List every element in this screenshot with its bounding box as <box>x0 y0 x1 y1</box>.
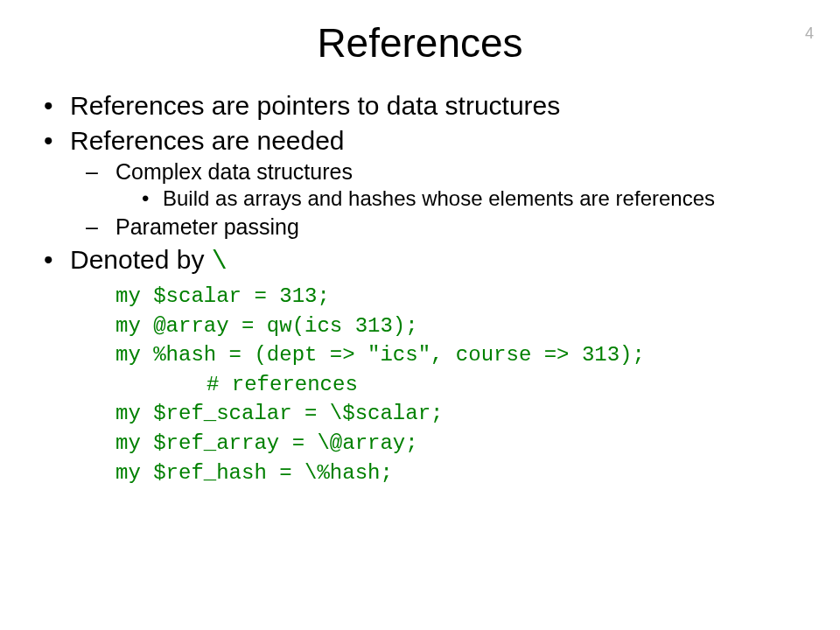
bullet-item: Complex data structures Build as arrays … <box>86 159 814 211</box>
bullet-item: Denoted by \ my $scalar = 313; my @array… <box>44 245 814 487</box>
backslash-symbol: \ <box>212 247 228 276</box>
bullet-list-level2: Complex data structures Build as arrays … <box>70 159 814 240</box>
slide-title: References <box>0 0 840 91</box>
bullet-list-level3: Build as arrays and hashes whose element… <box>116 186 814 211</box>
bullet-text: References are needed <box>70 126 345 155</box>
bullet-item: References are needed Complex data struc… <box>44 126 814 240</box>
bullet-text: Denoted by <box>70 245 212 274</box>
slide-content: References are pointers to data structur… <box>0 91 840 487</box>
code-line: my $ref_array = \@array; <box>116 429 814 458</box>
bullet-text: Complex data structures <box>116 159 353 184</box>
bullet-text: Parameter passing <box>116 214 299 239</box>
bullet-text: References are pointers to data structur… <box>70 91 560 120</box>
code-block: my $scalar = 313; my @array = qw(ics 313… <box>116 282 814 487</box>
bullet-text: Build as arrays and hashes whose element… <box>163 186 715 210</box>
code-line: my $ref_hash = \%hash; <box>116 458 814 488</box>
bullet-item: References are pointers to data structur… <box>44 91 814 121</box>
bullet-item: Build as arrays and hashes whose element… <box>142 186 814 211</box>
code-line-comment: # references <box>116 370 814 400</box>
bullet-list-level1: References are pointers to data structur… <box>44 91 814 487</box>
page-number: 4 <box>805 24 814 43</box>
bullet-item: Parameter passing <box>86 214 814 240</box>
code-line: my @array = qw(ics 313); <box>116 312 814 341</box>
code-line: my %hash = (dept => "ics", course => 313… <box>116 340 814 370</box>
code-line: my $ref_scalar = \$scalar; <box>116 399 814 429</box>
code-line: my $scalar = 313; <box>116 282 814 312</box>
